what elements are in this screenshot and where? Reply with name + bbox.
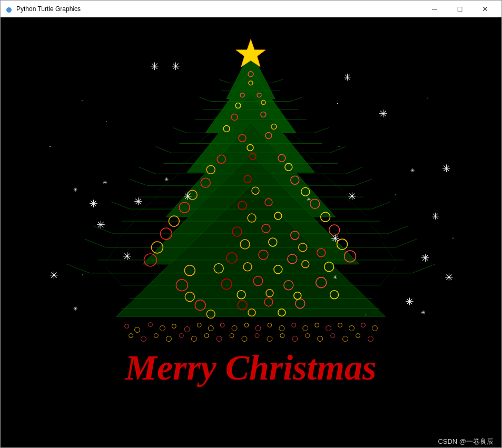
svg-text:✳: ✳ <box>421 252 430 264</box>
svg-text:✳: ✳ <box>73 187 77 193</box>
svg-text:•: • <box>452 236 454 240</box>
svg-text:✳: ✳ <box>333 274 337 280</box>
svg-text:✳: ✳ <box>96 219 105 231</box>
svg-text:•: • <box>50 145 51 148</box>
window-title: Python Turtle Graphics <box>16 5 422 13</box>
svg-text:✳: ✳ <box>348 191 357 202</box>
svg-text:•: • <box>106 120 107 123</box>
svg-text:✳: ✳ <box>50 270 58 281</box>
svg-text:✳: ✳ <box>171 61 180 72</box>
canvas-area: ✳ ✳ ✳ ✳ ✳ ✳ ✳ ✳ ✳ ✳ ✳ ✳ ✳ ✳ ✳ ✳ ✳ ✳ ✳ ✳ <box>1 17 501 447</box>
svg-text:✳: ✳ <box>331 233 340 244</box>
svg-text:✳: ✳ <box>183 191 192 202</box>
svg-text:•: • <box>365 313 366 316</box>
scene: ✳ ✳ ✳ ✳ ✳ ✳ ✳ ✳ ✳ ✳ ✳ ✳ ✳ ✳ ✳ ✳ ✳ ✳ ✳ ✳ <box>1 17 501 447</box>
svg-text:✳: ✳ <box>89 198 98 210</box>
svg-text:✳: ✳ <box>73 306 77 312</box>
svg-text:✳: ✳ <box>431 211 439 222</box>
svg-text:✳: ✳ <box>307 196 311 202</box>
svg-text:✳: ✳ <box>442 163 451 174</box>
svg-text:✳: ✳ <box>343 72 351 83</box>
maximize-button[interactable]: □ <box>448 1 472 17</box>
window-controls: ─ □ ✕ <box>422 1 497 17</box>
svg-text:✳: ✳ <box>421 310 425 315</box>
minimize-button[interactable]: ─ <box>422 1 447 17</box>
svg-text:Merry Christmas: Merry Christmas <box>125 348 377 387</box>
svg-text:✳: ✳ <box>410 167 415 173</box>
svg-text:✳: ✳ <box>164 176 169 182</box>
title-bar: Python Turtle Graphics ─ □ ✕ <box>1 1 501 17</box>
close-button[interactable]: ✕ <box>473 1 497 17</box>
svg-text:•: • <box>339 145 340 148</box>
svg-text:•: • <box>82 99 83 102</box>
christmas-scene: ✳ ✳ ✳ ✳ ✳ ✳ ✳ ✳ ✳ ✳ ✳ ✳ ✳ ✳ ✳ ✳ ✳ ✳ ✳ ✳ <box>1 17 501 447</box>
svg-text:✳: ✳ <box>103 180 107 185</box>
svg-text:✳: ✳ <box>134 196 143 207</box>
svg-text:✳: ✳ <box>445 272 454 283</box>
app-icon <box>5 5 13 13</box>
svg-text:✳: ✳ <box>405 296 414 307</box>
svg-text:•: • <box>395 193 396 196</box>
svg-text:•: • <box>82 273 83 276</box>
svg-text:•: • <box>337 102 338 105</box>
svg-text:CSDN @一卷良辰: CSDN @一卷良辰 <box>438 437 493 445</box>
svg-text:✳: ✳ <box>150 61 159 72</box>
svg-text:•: • <box>427 96 428 99</box>
svg-text:✳: ✳ <box>379 108 388 120</box>
svg-text:✳: ✳ <box>123 251 132 262</box>
main-window: Python Turtle Graphics ─ □ ✕ <box>0 0 502 448</box>
